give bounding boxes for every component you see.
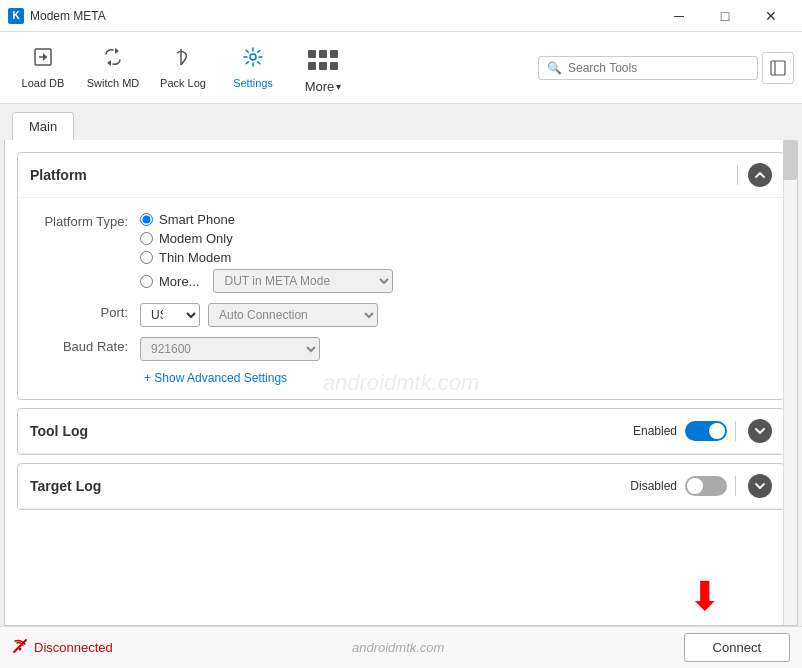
radio-more[interactable]: More... DUT in META Mode	[140, 269, 393, 293]
svg-rect-7	[771, 61, 785, 75]
main-area: androidmtk.com Platform Platform Type:	[4, 140, 798, 626]
platform-title: Platform	[30, 167, 87, 183]
radio-modem-only[interactable]: Modem Only	[140, 231, 393, 246]
search-box[interactable]: 🔍	[538, 56, 758, 80]
scroll-thumb[interactable]	[783, 140, 797, 180]
target-log-title: Target Log	[30, 478, 101, 494]
tool-log-toggle-label: Enabled	[633, 424, 677, 438]
pack-log-icon	[172, 46, 194, 73]
settings-button[interactable]: Settings	[218, 38, 288, 98]
platform-section-header: Platform	[18, 153, 784, 198]
close-button[interactable]: ✕	[748, 0, 794, 32]
status-bar: Disconnected androidmtk.com Connect	[0, 626, 802, 668]
pack-log-button[interactable]: Pack Log	[148, 38, 218, 98]
tool-log-title: Tool Log	[30, 423, 88, 439]
tool-log-knob	[709, 423, 725, 439]
app-icon: K	[8, 8, 24, 24]
tool-log-toggle-row: Enabled	[633, 419, 772, 443]
scroll-track[interactable]	[783, 140, 797, 625]
auto-connection-select[interactable]: Auto Connection	[208, 303, 378, 327]
status-text: Disconnected	[34, 640, 113, 655]
title-bar: K Modem META ─ □ ✕	[0, 0, 802, 32]
switch-md-button[interactable]: Switch MD	[78, 38, 148, 98]
baud-rate-controls: 921600	[140, 337, 320, 361]
radio-smart-phone[interactable]: Smart Phone	[140, 212, 393, 227]
content-area: Main androidmtk.com Platform	[0, 104, 802, 626]
settings-icon	[242, 46, 264, 73]
search-input[interactable]	[568, 61, 749, 75]
radio-thin-modem[interactable]: Thin Modem	[140, 250, 393, 265]
port-label: Port:	[30, 303, 140, 320]
baud-rate-label: Baud Rate:	[30, 337, 140, 354]
svg-point-6	[250, 54, 256, 60]
connect-button[interactable]: Connect	[684, 633, 790, 662]
port-controls: USB COM Auto Connection	[140, 303, 378, 327]
pack-log-label: Pack Log	[160, 77, 206, 89]
port-row: Port: USB COM Auto Connection	[30, 303, 772, 327]
tool-log-divider	[735, 421, 736, 441]
status-indicator: Disconnected	[12, 638, 113, 657]
tool-log-section: Tool Log Enabled	[17, 408, 785, 455]
tool-log-toggle[interactable]	[685, 421, 727, 441]
radio-more-label: More...	[159, 274, 199, 289]
target-log-collapse-button[interactable]	[748, 474, 772, 498]
tab-bar: Main	[0, 104, 802, 140]
port-select[interactable]: USB COM	[140, 303, 200, 327]
platform-type-row: Platform Type: Smart Phone Modem Only	[30, 212, 772, 293]
target-log-divider	[735, 476, 736, 496]
radio-modem-only-label: Modem Only	[159, 231, 233, 246]
show-advanced-button[interactable]: + Show Advanced Settings	[144, 371, 287, 385]
target-log-toggle-label: Disabled	[630, 479, 677, 493]
more-label: More ▾	[305, 79, 342, 94]
app-title: Modem META	[30, 9, 656, 23]
switch-md-icon	[102, 46, 124, 73]
more-button[interactable]: More ▾	[288, 38, 358, 98]
settings-label: Settings	[233, 77, 273, 89]
svg-marker-3	[115, 48, 119, 54]
baud-rate-row: Baud Rate: 921600	[30, 337, 772, 361]
target-log-knob	[687, 478, 703, 494]
window-controls: ─ □ ✕	[656, 0, 794, 32]
load-db-icon	[32, 46, 54, 73]
target-log-section: Target Log Disabled	[17, 463, 785, 510]
target-log-toggle-row: Disabled	[630, 474, 772, 498]
disconnected-icon	[12, 638, 28, 657]
more-dropdown[interactable]: DUT in META Mode	[213, 269, 393, 293]
tool-log-collapse-button[interactable]	[748, 419, 772, 443]
sidebar-toggle-button[interactable]	[762, 52, 794, 84]
radio-smart-phone-label: Smart Phone	[159, 212, 235, 227]
target-log-header: Target Log Disabled	[18, 464, 784, 509]
switch-md-label: Switch MD	[87, 77, 140, 89]
target-log-toggle[interactable]	[685, 476, 727, 496]
load-db-label: Load DB	[22, 77, 65, 89]
platform-type-label: Platform Type:	[30, 212, 140, 229]
platform-body: Platform Type: Smart Phone Modem Only	[18, 198, 784, 399]
tool-log-header: Tool Log Enabled	[18, 409, 784, 454]
radio-thin-modem-label: Thin Modem	[159, 250, 231, 265]
platform-collapse-button[interactable]	[748, 163, 772, 187]
svg-point-9	[19, 648, 22, 651]
toolbar: Load DB Switch MD Pack Log	[0, 32, 802, 104]
svg-marker-2	[43, 53, 47, 61]
svg-marker-4	[107, 60, 111, 66]
search-icon: 🔍	[547, 61, 562, 75]
section-divider	[737, 165, 738, 185]
status-watermark: androidmtk.com	[113, 640, 684, 655]
platform-type-options: Smart Phone Modem Only Thin Modem M	[140, 212, 393, 293]
advanced-settings-row: + Show Advanced Settings	[30, 371, 772, 385]
maximize-button[interactable]: □	[702, 0, 748, 32]
minimize-button[interactable]: ─	[656, 0, 702, 32]
platform-section: Platform Platform Type:	[17, 152, 785, 400]
baud-rate-select[interactable]: 921600	[140, 337, 320, 361]
tab-main[interactable]: Main	[12, 112, 74, 140]
load-db-button[interactable]: Load DB	[8, 38, 78, 98]
